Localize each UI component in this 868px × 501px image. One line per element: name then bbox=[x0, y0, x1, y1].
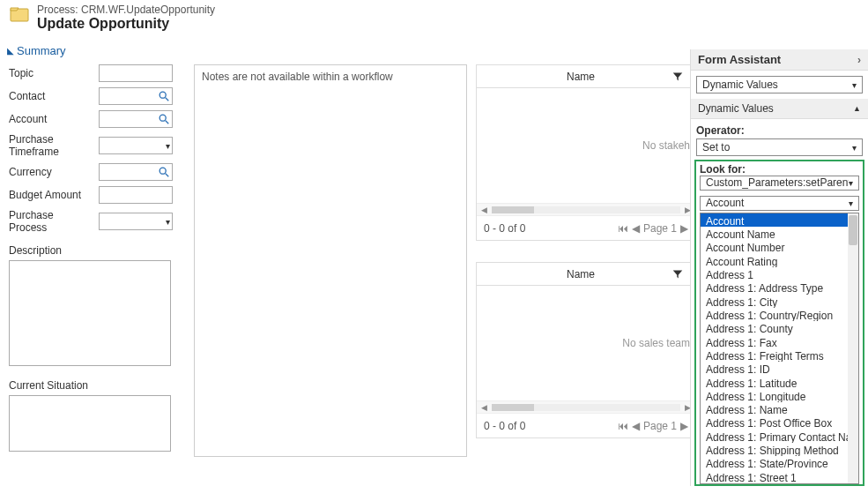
grid-empty-body: No stakeh bbox=[477, 88, 695, 203]
dropdown-option[interactable]: Account Number bbox=[701, 240, 858, 253]
lookup-icon bbox=[158, 166, 170, 178]
folder-icon bbox=[9, 4, 30, 25]
grid-record-count: 0 - 0 of 0 bbox=[484, 222, 525, 235]
grid-record-count: 0 - 0 of 0 bbox=[484, 420, 525, 432]
dropdown-option[interactable]: Address 1: Longitude bbox=[701, 389, 858, 402]
dropdown-option[interactable]: Address 1: State/Province bbox=[701, 456, 858, 469]
grid-column-name[interactable]: Name bbox=[501, 268, 660, 280]
collapse-icon: ◣ bbox=[7, 46, 14, 56]
svg-point-3 bbox=[160, 115, 166, 121]
dynamic-values-section[interactable]: Dynamic Values bbox=[698, 102, 774, 115]
dropdown-option[interactable]: Address 1: Name bbox=[701, 402, 858, 415]
pager-prev-icon[interactable]: ◀ bbox=[632, 222, 640, 235]
dropdown-option[interactable]: Account bbox=[701, 213, 858, 227]
svg-line-6 bbox=[166, 174, 169, 177]
svg-point-1 bbox=[160, 92, 166, 98]
purchase-timeframe-select[interactable] bbox=[99, 137, 173, 154]
panel-collapse-icon[interactable]: › bbox=[857, 54, 861, 66]
chevron-down-icon: ▾ bbox=[852, 80, 857, 90]
grid-empty-body: No sales team bbox=[477, 286, 695, 400]
operator-select[interactable]: Set to ▾ bbox=[696, 138, 863, 156]
grid-pager: ⏮ ◀ Page 1 ▶ bbox=[618, 420, 688, 432]
scroll-left-icon[interactable]: ◀ bbox=[479, 403, 490, 412]
contact-lookup[interactable] bbox=[99, 87, 173, 105]
dropdown-option[interactable]: Address 1: Street 1 bbox=[701, 470, 858, 483]
dropdown-option[interactable]: Address 1: Primary Contact Name bbox=[701, 430, 858, 443]
pager-first-icon[interactable]: ⏮ bbox=[618, 420, 628, 432]
dropdown-option[interactable]: Address 1: Address Type bbox=[701, 280, 858, 294]
chevron-down-icon: ▾ bbox=[852, 143, 857, 153]
dropdown-option[interactable]: Account Rating bbox=[701, 254, 858, 267]
notes-unavailable-text: Notes are not available within a workflo… bbox=[202, 71, 393, 83]
stakeholders-grid: Name No stakeh ◀ ▶ 0 - 0 of 0 ⏮ ◀ Page 1… bbox=[476, 64, 696, 241]
contact-label: Contact bbox=[9, 90, 93, 102]
current-situation-textarea[interactable] bbox=[9, 395, 171, 452]
process-path: Process: CRM.WF.UpdateOpportunity bbox=[37, 4, 215, 16]
lookup-icon bbox=[158, 90, 170, 102]
grid-hscroll[interactable]: ◀ ▶ bbox=[477, 203, 695, 215]
svg-line-2 bbox=[166, 98, 169, 101]
description-textarea[interactable] bbox=[9, 260, 171, 366]
pager-next-icon[interactable]: ▶ bbox=[680, 222, 688, 235]
page-title: Update Opportunity bbox=[37, 16, 215, 32]
dropdown-option[interactable]: Address 1: Latitude bbox=[701, 376, 858, 389]
filter-icon[interactable] bbox=[672, 269, 683, 280]
form-assistant-title: Form Assistant bbox=[698, 53, 781, 66]
dropdown-option[interactable]: Address 1 bbox=[701, 267, 858, 280]
currency-lookup[interactable] bbox=[99, 163, 173, 181]
summary-label: Summary bbox=[17, 44, 66, 57]
purchase-timeframe-label: Purchase Timeframe bbox=[9, 133, 93, 158]
current-situation-label: Current Situation bbox=[9, 379, 185, 392]
lookfor-field-select[interactable]: Account ▾ bbox=[700, 196, 859, 211]
lookup-icon bbox=[158, 113, 170, 125]
purchase-process-label: Purchase Process bbox=[9, 209, 93, 234]
grid-hscroll[interactable]: ◀ ▶ bbox=[477, 400, 695, 413]
dropdown-option[interactable]: Address 1: Shipping Method bbox=[701, 443, 858, 456]
section-collapse-icon[interactable]: ▲ bbox=[853, 104, 861, 113]
topic-input[interactable] bbox=[99, 64, 173, 82]
account-lookup[interactable] bbox=[99, 110, 173, 128]
grid-column-name[interactable]: Name bbox=[501, 71, 660, 83]
form-assistant-panel: Form Assistant › Dynamic Values ▾ Dynami… bbox=[690, 49, 868, 486]
purchase-process-select[interactable] bbox=[99, 213, 173, 230]
pager-page-label: Page 1 bbox=[643, 222, 677, 235]
dropdown-option[interactable]: Address 1: Country/Region bbox=[701, 308, 858, 321]
svg-point-5 bbox=[160, 168, 166, 174]
budget-amount-label: Budget Amount bbox=[9, 189, 93, 201]
dropdown-option[interactable]: Address 1: Post Office Box bbox=[701, 415, 858, 429]
dropdown-option[interactable]: Address 1: Fax bbox=[701, 335, 858, 348]
pager-prev-icon[interactable]: ◀ bbox=[632, 420, 640, 432]
currency-label: Currency bbox=[9, 166, 93, 178]
pager-page-label: Page 1 bbox=[643, 420, 677, 432]
scroll-left-icon[interactable]: ◀ bbox=[479, 206, 490, 214]
budget-amount-input[interactable] bbox=[99, 186, 173, 204]
lookfor-label: Look for: bbox=[700, 163, 859, 176]
sales-team-grid: Name No sales team ◀ ▶ 0 - 0 of 0 ⏮ ◀ Pa… bbox=[476, 262, 696, 438]
dropdown-option[interactable]: Address 1: ID bbox=[701, 362, 858, 375]
dropdown-option[interactable]: Address 1: City bbox=[701, 295, 858, 308]
dropdown-option[interactable]: Account Name bbox=[701, 227, 858, 240]
lookfor-entity-select[interactable]: Custom_Parameters:setParentAccou ▾ bbox=[700, 176, 859, 191]
assistant-type-select[interactable]: Dynamic Values ▾ bbox=[696, 76, 863, 93]
dropdown-option[interactable]: Address 1: County bbox=[701, 321, 858, 334]
notes-area: Notes are not available within a workflo… bbox=[194, 64, 467, 457]
field-dropdown-list[interactable]: AccountAccount NameAccount NumberAccount… bbox=[700, 213, 859, 484]
pager-next-icon[interactable]: ▶ bbox=[680, 420, 688, 432]
operator-label: Operator: bbox=[696, 124, 863, 137]
account-label: Account bbox=[9, 113, 93, 125]
grid-pager: ⏮ ◀ Page 1 ▶ bbox=[618, 222, 688, 235]
pager-first-icon[interactable]: ⏮ bbox=[618, 222, 628, 235]
topic-label: Topic bbox=[9, 67, 93, 79]
highlight-box: Look for: Custom_Parameters:setParentAcc… bbox=[694, 160, 864, 486]
description-label: Description bbox=[9, 244, 185, 257]
dropdown-option[interactable]: Address 1: Freight Terms bbox=[701, 348, 858, 362]
field-column: Topic Contact Account Purchase Timeframe… bbox=[9, 61, 185, 454]
dropdown-scrollbar[interactable] bbox=[848, 213, 858, 483]
svg-line-4 bbox=[166, 121, 169, 124]
filter-icon[interactable] bbox=[672, 71, 683, 82]
chevron-down-icon: ▾ bbox=[849, 198, 853, 208]
chevron-down-icon: ▾ bbox=[849, 178, 853, 188]
